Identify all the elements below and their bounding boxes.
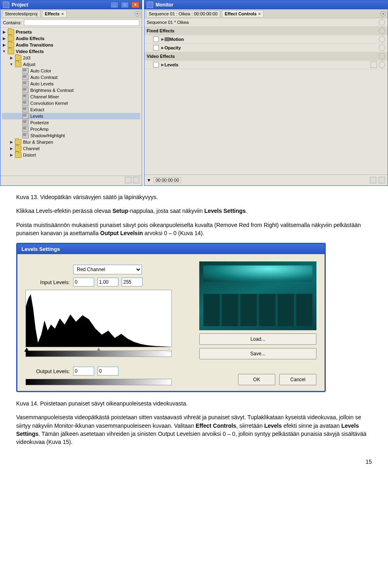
fx-toggle[interactable] [153, 45, 159, 51]
delete-icon[interactable] [133, 177, 139, 183]
folder-icon [15, 146, 21, 151]
folder-icon [15, 139, 21, 145]
disclosure-arrow-icon[interactable]: ▶ [9, 140, 13, 144]
disclosure-arrow-icon[interactable]: ▶ [2, 43, 6, 47]
tree-item[interactable]: Channel Mixer [2, 93, 140, 100]
effect-icon [22, 107, 29, 113]
tab-effect-controls[interactable]: Effect Controls× [222, 10, 264, 17]
project-footer [0, 176, 142, 184]
panel-menu-icon[interactable] [135, 11, 140, 17]
dialog-title: Levels Settings [17, 244, 325, 254]
disclosure-arrow-icon[interactable]: ▼ [2, 49, 6, 53]
reset-icon[interactable] [379, 36, 385, 42]
tree-item[interactable]: Convolution Kernel [2, 100, 140, 106]
tree-item[interactable]: ▶Audio Transitions [2, 42, 140, 48]
setup-icon[interactable] [371, 62, 377, 68]
maximize-button[interactable]: □ [121, 2, 129, 8]
output-black[interactable] [73, 367, 94, 376]
paragraph-1: Klikkaa Levels-efektin perässä olevaa Se… [16, 207, 372, 215]
tree-item-label: Blur & Sharpen [23, 140, 53, 144]
tree-item[interactable]: ▶Distort [2, 152, 140, 158]
folder-icon [15, 152, 21, 158]
close-icon[interactable]: × [258, 11, 261, 16]
toggle-icon[interactable] [379, 53, 385, 59]
ok-button[interactable]: OK [238, 374, 275, 385]
fx-toggle[interactable] [153, 36, 159, 42]
input-gamma[interactable] [97, 278, 118, 287]
disclosure-arrow-icon[interactable]: ▶ [2, 30, 6, 34]
reset-icon[interactable] [379, 45, 385, 51]
close-button[interactable]: × [131, 2, 139, 8]
tree-item[interactable]: Brightness & Contrast [2, 87, 140, 93]
motion-row[interactable]: ▶ Motion [144, 35, 388, 44]
tree-item[interactable]: ▼Adjust [2, 61, 140, 68]
disclosure-arrow-icon[interactable]: ▶ [9, 56, 13, 60]
reset-icon[interactable] [379, 62, 385, 68]
disclosure-arrow-icon[interactable]: ▼ [9, 62, 13, 66]
tree-item[interactable]: Auto Color [2, 68, 140, 74]
gamma-handle[interactable] [96, 348, 101, 352]
disclosure-arrow-icon[interactable]: ▶ [9, 146, 13, 151]
search-input[interactable] [24, 19, 139, 26]
tree-item-label: Distort [23, 153, 36, 157]
timecode[interactable]: 00:00:00:00 [154, 177, 181, 183]
white-point-handle[interactable] [167, 348, 171, 352]
collapse-icon[interactable] [379, 19, 385, 25]
tab-project-file[interactable]: Stereotestiprproj [2, 10, 40, 17]
tree-item-label: Auto Contrast [30, 75, 57, 80]
tree-item[interactable]: Extract [2, 106, 140, 113]
tree-item[interactable]: Auto Levels [2, 81, 140, 87]
input-slider[interactable] [25, 350, 172, 357]
tree-item[interactable]: ▼Video Effects [2, 48, 140, 55]
tree-item-label: Channel [23, 146, 40, 151]
input-white[interactable] [122, 278, 143, 287]
tree-item[interactable]: Auto Contrast [2, 74, 140, 81]
tab-sequence[interactable]: Sequence 01 : Oikea : 00:00:00:00 [146, 10, 220, 17]
panel-menu-icon[interactable] [380, 11, 386, 17]
fx-toggle[interactable] [153, 62, 159, 68]
effect-icon [22, 68, 29, 74]
effect-icon [22, 120, 29, 125]
tree-item-label: Brightness & Contrast [30, 88, 74, 93]
fixed-effects-header: Fixed Effects [144, 27, 388, 35]
tree-item[interactable]: Levels [2, 113, 140, 119]
input-black[interactable] [73, 278, 94, 287]
tree-item-label: Audio Effects [16, 36, 44, 41]
disclosure-arrow-icon[interactable]: ▶ [9, 153, 13, 157]
tree-item-label: Auto Color [30, 68, 51, 73]
save-button[interactable]: Save... [199, 348, 316, 359]
tree-item[interactable]: ▶Blur & Sharpen [2, 139, 140, 145]
preview-image [199, 261, 316, 330]
tree-item[interactable]: ▶2d3 [2, 55, 140, 61]
new-bin-icon[interactable] [125, 177, 131, 183]
disclosure-arrow-icon[interactable]: ▶ [2, 36, 6, 40]
paragraph-3: Vasemmanpuoleisesta videopätkästä poiste… [16, 413, 372, 446]
trash-icon[interactable] [379, 177, 385, 183]
tree-item[interactable]: ▶Presets [2, 29, 140, 35]
levels-row[interactable]: ▶ Levels [144, 61, 388, 69]
motion-icon [164, 37, 169, 41]
zoom-icon[interactable] [370, 177, 376, 183]
input-levels-label: Input Levels: [25, 279, 70, 285]
effect-icon [22, 74, 29, 80]
caption-13: Kuva 13. Videopätkän värisävyjen säätö j… [16, 193, 372, 201]
tree-item-label: Audio Transitions [16, 42, 53, 47]
close-icon[interactable]: × [61, 11, 63, 16]
load-button[interactable]: Load... [199, 333, 316, 345]
tree-item[interactable]: Shadow/Highlight [2, 132, 140, 139]
tree-item[interactable]: Posterize [2, 119, 140, 126]
cancel-button[interactable]: Cancel [279, 374, 316, 385]
minimize-button[interactable]: _ [110, 2, 118, 8]
black-point-handle[interactable] [24, 348, 29, 352]
output-white[interactable] [97, 367, 118, 376]
tree-item[interactable]: ProcAmp [2, 126, 140, 132]
channel-select[interactable]: Red Channel [73, 265, 142, 274]
effect-icon [22, 126, 29, 132]
tree-item[interactable]: ▶Audio Effects [2, 35, 140, 42]
tab-effects[interactable]: Effects× [42, 10, 67, 17]
effect-icon [22, 133, 29, 138]
output-slider[interactable] [25, 379, 172, 385]
opacity-row[interactable]: ▶ Opacity [144, 44, 388, 52]
toggle-icon[interactable] [379, 28, 385, 34]
tree-item[interactable]: ▶Channel [2, 145, 140, 152]
